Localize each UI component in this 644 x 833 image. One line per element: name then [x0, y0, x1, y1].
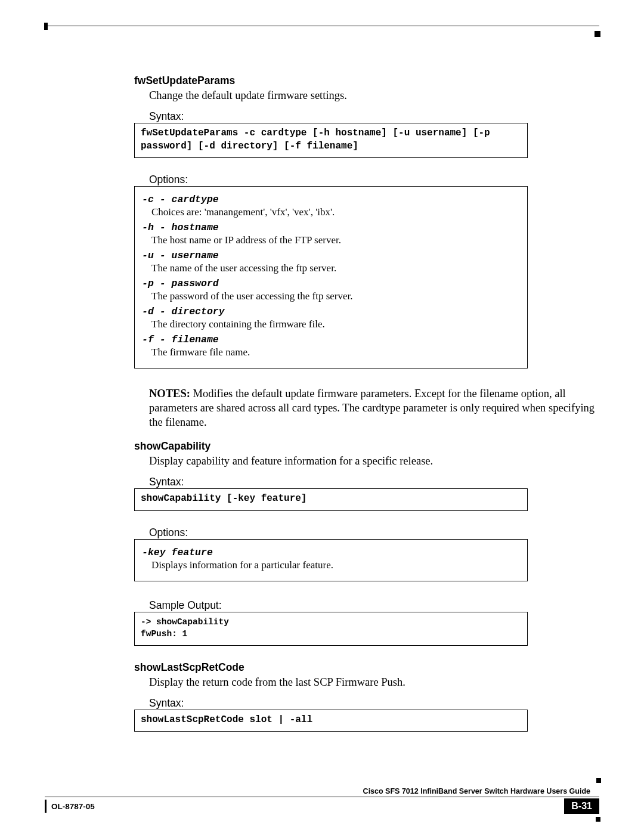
- footer-doc-code: OL-8787-05: [51, 802, 95, 811]
- option-desc: Displays information for a particular fe…: [151, 559, 520, 571]
- options-box: -key feature Displays information for a …: [134, 539, 528, 581]
- page-footer: Cisco SFS 7012 InfiniBand Server Switch …: [45, 786, 599, 814]
- option-flag: -p - password: [142, 278, 520, 289]
- notes-paragraph: NOTES: Modifies the default update firmw…: [149, 386, 609, 429]
- sample-output-label: Sample Output:: [149, 599, 599, 612]
- cmd-desc: Display the return code from the last SC…: [149, 676, 599, 689]
- notes-label: NOTES:: [149, 388, 190, 400]
- option-desc: Choices are: 'manangement', 'vfx', 'vex'…: [151, 206, 520, 218]
- syntax-label: Syntax:: [149, 110, 599, 123]
- footer-left: OL-8787-05: [45, 800, 95, 813]
- syntax-label: Syntax:: [149, 697, 599, 710]
- footer-square-icon: [596, 817, 600, 822]
- cmd-heading-showcapability: showCapability: [134, 440, 599, 453]
- options-label: Options:: [149, 527, 599, 539]
- footer-square-icon: [596, 778, 601, 783]
- syntax-label: Syntax:: [149, 476, 599, 488]
- page-content: fwSetUpdateParams Change the default upd…: [134, 75, 599, 747]
- cmd-desc: Change the default update firmware setti…: [149, 89, 599, 102]
- syntax-box: fwSetUpdateParams -c cardtype [-h hostna…: [134, 123, 528, 158]
- option-desc: The directory containing the firmware fi…: [151, 318, 520, 330]
- options-label: Options:: [149, 174, 599, 186]
- syntax-box: showLastScpRetCode slot | -all: [134, 710, 528, 732]
- notes-body: Modifies the default update firmware par…: [149, 388, 595, 428]
- option-flag: -u - username: [142, 250, 520, 261]
- cmd-heading-fwsetupdateparams: fwSetUpdateParams: [134, 75, 599, 87]
- option-desc: The host name or IP address of the FTP s…: [151, 234, 520, 246]
- cmd-heading-showlastscpretcode: showLastScpRetCode: [134, 661, 599, 674]
- option-desc: The firmware file name.: [151, 346, 520, 358]
- option-flag: -d - directory: [142, 306, 520, 317]
- footer-vertical-bar-icon: [45, 800, 47, 813]
- option-flag: -key feature: [142, 547, 520, 558]
- footer-doc-title: Cisco SFS 7012 InfiniBand Server Switch …: [45, 786, 599, 797]
- option-desc: The name of the user accessing the ftp s…: [151, 262, 520, 274]
- syntax-box: showCapability [-key feature]: [134, 488, 528, 511]
- footer-bottom-row: OL-8787-05 B-31: [45, 797, 599, 814]
- option-desc: The password of the user accessing the f…: [151, 290, 520, 302]
- option-flag: -f - filename: [142, 334, 520, 345]
- options-box: -c - cardtype Choices are: 'manangement'…: [134, 186, 528, 368]
- option-flag: -c - cardtype: [142, 194, 520, 205]
- sample-output-box: -> showCapability fwPush: 1: [134, 612, 528, 646]
- option-flag: -h - hostname: [142, 222, 520, 233]
- cmd-desc: Display capability and feature informati…: [149, 455, 599, 467]
- page-number-badge: B-31: [564, 798, 599, 814]
